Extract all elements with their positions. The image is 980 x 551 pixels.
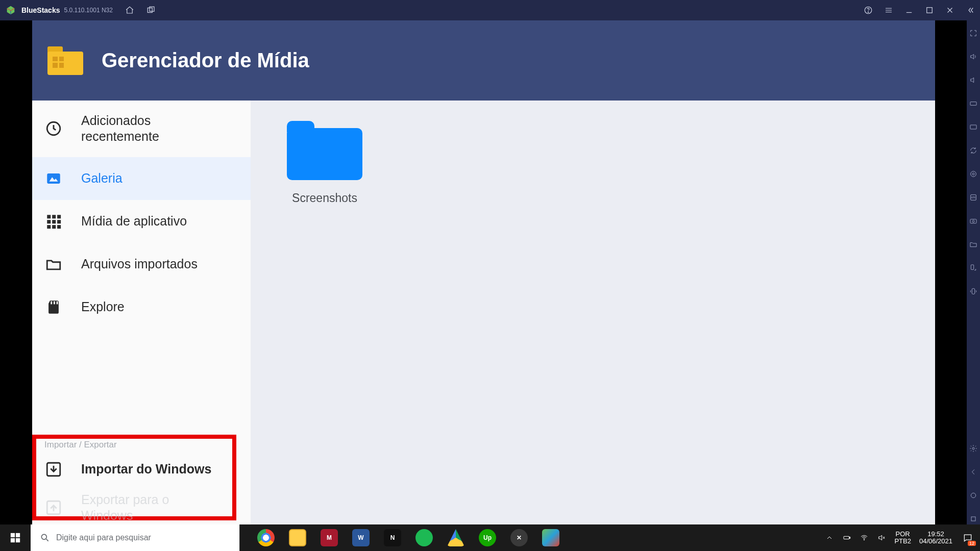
install-apk-icon[interactable]: APK	[969, 193, 978, 202]
tray-clock[interactable]: 19:52 04/06/2021	[919, 531, 952, 545]
start-button[interactable]	[0, 524, 31, 551]
gallery-icon	[44, 169, 63, 188]
sidebar-bottom: Importar / Exportar Importar do Windows	[32, 435, 251, 531]
taskbar-app-notion[interactable]: N	[377, 524, 408, 551]
bluestacks-name: BlueStacks	[21, 6, 60, 14]
minimize-icon[interactable]	[904, 6, 914, 15]
media-folder-icon[interactable]	[969, 240, 978, 249]
sync-icon[interactable]	[969, 146, 978, 155]
svg-rect-13	[57, 220, 61, 223]
sidebar-item-gallery[interactable]: Galeria	[32, 157, 251, 200]
folder-outline-icon	[44, 255, 63, 273]
svg-rect-38	[16, 538, 20, 542]
sidebar-item-import-windows[interactable]: Importar do Windows	[32, 452, 251, 487]
taskbar-app-mendeley[interactable]: M	[313, 524, 345, 551]
svg-rect-14	[47, 225, 51, 229]
bluestacks-version: 5.0.110.1001 N32	[64, 7, 112, 14]
back-icon[interactable]	[969, 467, 978, 477]
rotate-icon[interactable]	[969, 263, 978, 272]
svg-rect-15	[52, 225, 56, 229]
sidebar-item-label: Adicionados recentemente	[81, 113, 199, 145]
home-icon[interactable]	[125, 6, 134, 15]
taskbar-app-word[interactable]: W	[345, 524, 377, 551]
svg-rect-28	[970, 219, 976, 223]
svg-rect-10	[57, 215, 61, 218]
app-title: Gerenciador de Mídia	[102, 49, 309, 72]
close-icon[interactable]	[945, 6, 954, 15]
bluestacks-viewport: Gerenciador de Mídia Adicionados recente…	[0, 20, 967, 531]
bluestacks-logo-icon	[5, 5, 16, 16]
apps-grid-icon	[44, 212, 63, 231]
tray-language-top: POR	[894, 531, 911, 538]
svg-point-39	[41, 534, 46, 539]
tray-notifications[interactable]: 12	[961, 531, 975, 545]
folder-screenshots[interactable]: Screenshots	[286, 121, 363, 205]
sidebar-item-label: Arquivos importados	[81, 256, 198, 272]
sidebar-item-label: Mídia de aplicativo	[81, 213, 187, 229]
export-icon	[44, 498, 63, 517]
fullscreen-icon[interactable]	[969, 29, 978, 38]
svg-rect-34	[971, 517, 975, 521]
svg-rect-30	[971, 265, 973, 269]
svg-rect-0	[148, 8, 152, 13]
content-area: Screenshots	[251, 101, 935, 531]
maximize-icon[interactable]	[925, 6, 934, 15]
shake-icon[interactable]	[969, 287, 978, 296]
app-body: Adicionados recentemente Galeria	[32, 101, 935, 531]
tray-volume-muted-icon[interactable]	[877, 533, 886, 542]
collapse-sidebar-icon[interactable]	[966, 6, 975, 15]
sidebar-item-appmedia[interactable]: Mídia de aplicativo	[32, 200, 251, 243]
screenshot-icon[interactable]	[969, 216, 978, 226]
sidebar-item-export-windows[interactable]: Exportar para o Windows	[32, 487, 251, 528]
taskbar-app-explorer[interactable]	[282, 524, 313, 551]
volume-up-icon[interactable]	[969, 52, 978, 61]
sd-card-icon	[44, 298, 63, 316]
help-icon[interactable]	[864, 6, 873, 15]
keyboard-controls-icon[interactable]	[969, 99, 978, 108]
recent-apps-icon[interactable]	[146, 6, 156, 15]
tray-chevron-up-icon[interactable]	[825, 533, 834, 542]
taskbar-app-spotify[interactable]	[408, 524, 440, 551]
sidebar-item-explore[interactable]: Explore	[32, 286, 251, 329]
keyboard-mapping-icon[interactable]	[969, 122, 978, 132]
taskbar-app-upwork[interactable]: Up	[472, 524, 503, 551]
tray-language[interactable]: POR PTB2	[894, 531, 911, 545]
folder-label: Screenshots	[286, 191, 363, 205]
svg-point-33	[971, 493, 975, 497]
taskbar-app-chrome[interactable]	[250, 524, 282, 551]
svg-rect-19	[57, 301, 58, 304]
clock-icon	[44, 119, 63, 138]
settings-gear-icon[interactable]	[969, 444, 978, 453]
svg-rect-22	[970, 102, 976, 106]
windows-taskbar: Digite aqui para pesquisar M W N Up ✕ PO…	[0, 524, 980, 551]
media-manager-app-icon	[47, 46, 83, 75]
svg-rect-11	[47, 220, 51, 223]
svg-rect-35	[11, 533, 15, 537]
sidebar-item-imported[interactable]: Arquivos importados	[32, 243, 251, 286]
volume-down-icon[interactable]	[969, 76, 978, 85]
hamburger-menu-icon[interactable]	[884, 6, 893, 15]
location-icon[interactable]	[969, 169, 978, 179]
app-header: Gerenciador de Mídia	[32, 20, 935, 101]
svg-rect-8	[47, 215, 51, 218]
svg-rect-12	[52, 220, 56, 223]
taskbar-app-bluestacks[interactable]	[535, 524, 567, 551]
svg-point-24	[972, 173, 974, 175]
svg-text:APK: APK	[971, 196, 976, 199]
svg-rect-1	[150, 7, 154, 11]
svg-point-29	[972, 220, 974, 222]
tray-wifi-icon[interactable]	[860, 533, 869, 542]
android-home-icon[interactable]	[969, 491, 978, 500]
tray-notification-count: 12	[968, 541, 976, 546]
taskbar-app-drive[interactable]	[440, 524, 472, 551]
tray-time: 19:52	[919, 531, 952, 538]
tray-battery-icon[interactable]	[842, 533, 851, 542]
sidebar-section-label: Importar / Exportar	[32, 435, 251, 452]
svg-rect-4	[927, 8, 933, 13]
taskbar-app-xbox[interactable]: ✕	[503, 524, 535, 551]
android-recent-icon[interactable]	[969, 514, 978, 523]
svg-point-42	[864, 539, 865, 540]
taskbar-search[interactable]: Digite aqui para pesquisar	[31, 524, 240, 551]
svg-rect-40	[844, 536, 849, 539]
sidebar-item-recent[interactable]: Adicionados recentemente	[32, 101, 251, 157]
